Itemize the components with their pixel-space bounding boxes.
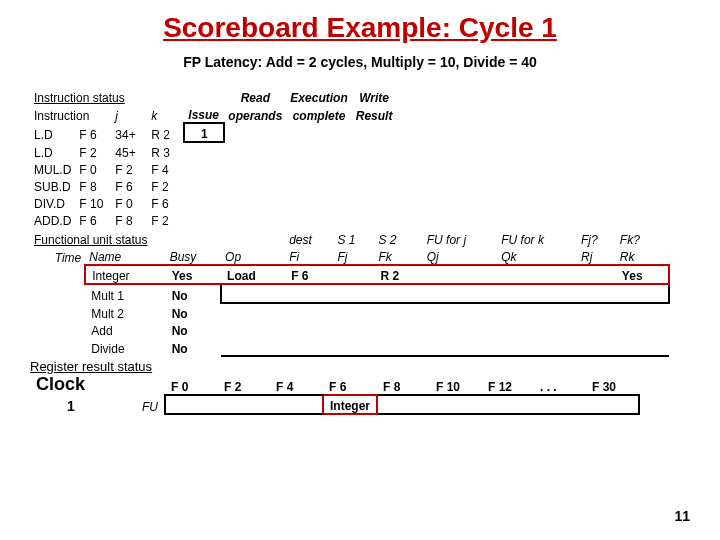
col-k: k <box>147 105 184 123</box>
reg-col: F 10 <box>430 374 482 395</box>
col-busy: Busy <box>166 247 221 265</box>
col-rk: Rk <box>616 247 669 265</box>
reg-col: F 6 <box>323 374 377 395</box>
col-instruction: Instruction <box>30 105 111 123</box>
instr-row: MUL.DF 0 F 2F 4 <box>30 160 396 177</box>
issue-cycle-cell: 1 <box>184 123 224 142</box>
clock-label: Clock <box>30 374 112 395</box>
reg-val <box>377 395 430 414</box>
reg-val <box>270 395 323 414</box>
reg-val-highlight: Integer <box>323 395 377 414</box>
fu-status-header: Functional unit status <box>30 230 221 247</box>
col-write2: Result <box>352 105 397 123</box>
col-issue: Issue <box>184 105 224 123</box>
reg-col: . . . <box>534 374 586 395</box>
col-write: Write <box>352 88 397 105</box>
col-qj: Qj <box>423 247 498 265</box>
reg-col: F 2 <box>218 374 270 395</box>
col-rj: Rj <box>577 247 616 265</box>
col-name: Name <box>85 247 165 265</box>
col-exec: Execution <box>286 88 351 105</box>
reg-val <box>430 395 482 414</box>
clock-value: 1 <box>30 395 112 414</box>
col-fi: Fi <box>285 247 333 265</box>
reg-col: F 0 <box>165 374 218 395</box>
reg-col: F 30 <box>586 374 639 395</box>
instruction-status-table: Instruction status Read Execution Write … <box>30 88 396 228</box>
col-time: Time <box>30 247 85 265</box>
reg-val <box>165 395 218 414</box>
fu-row: Mult 2No <box>30 303 669 321</box>
reg-col: F 12 <box>482 374 534 395</box>
slide-title: Scoreboard Example: Cycle 1 <box>30 12 690 44</box>
instr-status-header: Instruction status <box>30 88 184 105</box>
register-status-table: Clock F 0 F 2 F 4 F 6 F 8 F 10 F 12 . . … <box>30 374 640 415</box>
instr-row: L.DF 6 34+R 2 1 <box>30 123 396 142</box>
col-read: Read <box>224 88 286 105</box>
instr-row: SUB.DF 8 F 6F 2 <box>30 177 396 194</box>
reg-col: F 4 <box>270 374 323 395</box>
reg-status-header: Register result status <box>30 359 690 374</box>
col-fk: Fk <box>374 247 422 265</box>
instr-row: ADD.DF 6 F 8F 2 <box>30 211 396 228</box>
reg-val <box>482 395 534 414</box>
instr-row: DIV.DF 10 F 0F 6 <box>30 194 396 211</box>
reg-val <box>586 395 639 414</box>
col-fj: Fj <box>333 247 374 265</box>
instr-row: L.DF 2 45+R 3 <box>30 142 396 160</box>
fu-row: DivideNo <box>30 338 669 356</box>
col-op: Op <box>221 247 285 265</box>
reg-val <box>218 395 270 414</box>
reg-val <box>534 395 586 414</box>
fu-row: Mult 1No <box>30 284 669 303</box>
page-number: 11 <box>674 508 690 524</box>
fu-row-integer: Integer Yes Load F 6 R 2 Yes <box>30 265 669 284</box>
slide-subtitle: FP Latency: Add = 2 cycles, Multiply = 1… <box>30 54 690 70</box>
reg-col: F 8 <box>377 374 430 395</box>
fu-row: AddNo <box>30 321 669 338</box>
col-read2: operands <box>224 105 286 123</box>
col-qk: Qk <box>497 247 577 265</box>
fu-label: FU <box>112 395 165 414</box>
fu-status-table: Functional unit status dest S 1 S 2 FU f… <box>30 230 670 357</box>
col-exec2: complete <box>286 105 351 123</box>
col-j: j <box>111 105 147 123</box>
